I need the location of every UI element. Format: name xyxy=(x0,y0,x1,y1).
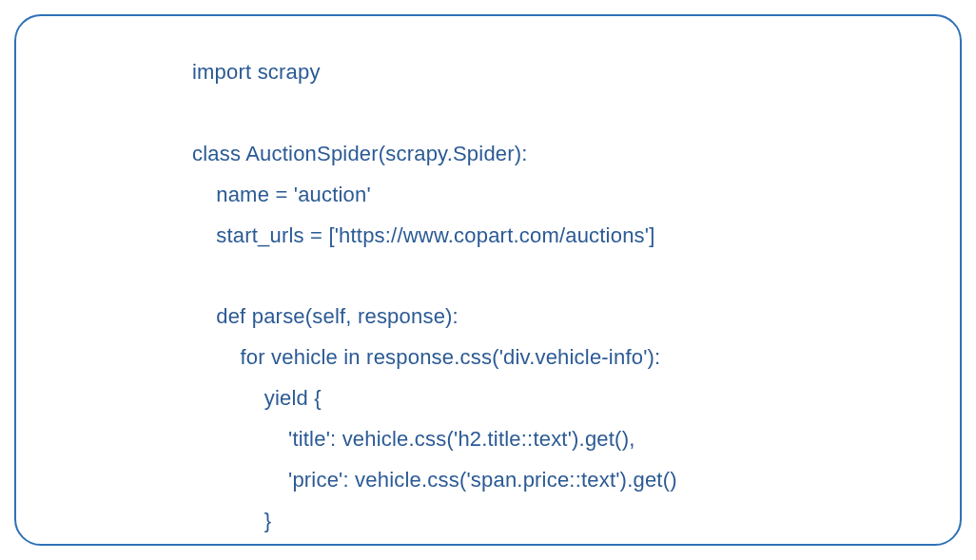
code-line-3: class AuctionSpider(scrapy.Spider): xyxy=(192,142,528,165)
code-block: import scrapy class AuctionSpider(scrapy… xyxy=(192,52,931,542)
code-line-9: yield { xyxy=(192,386,322,410)
code-line-5: start_urls = ['https://www.copart.com/au… xyxy=(192,223,654,247)
code-line-7: def parse(self, response): xyxy=(192,304,459,328)
code-line-12: } xyxy=(192,509,271,532)
code-line-10: 'title': vehicle.css('h2.title::text').g… xyxy=(192,427,634,451)
code-line-4: name = 'auction' xyxy=(192,183,371,206)
code-line-1: import scrapy xyxy=(192,60,321,84)
code-line-8: for vehicle in response.css('div.vehicle… xyxy=(192,345,660,369)
code-line-11: 'price': vehicle.css('span.price::text')… xyxy=(192,468,677,492)
code-container: import scrapy class AuctionSpider(scrapy… xyxy=(14,14,962,546)
